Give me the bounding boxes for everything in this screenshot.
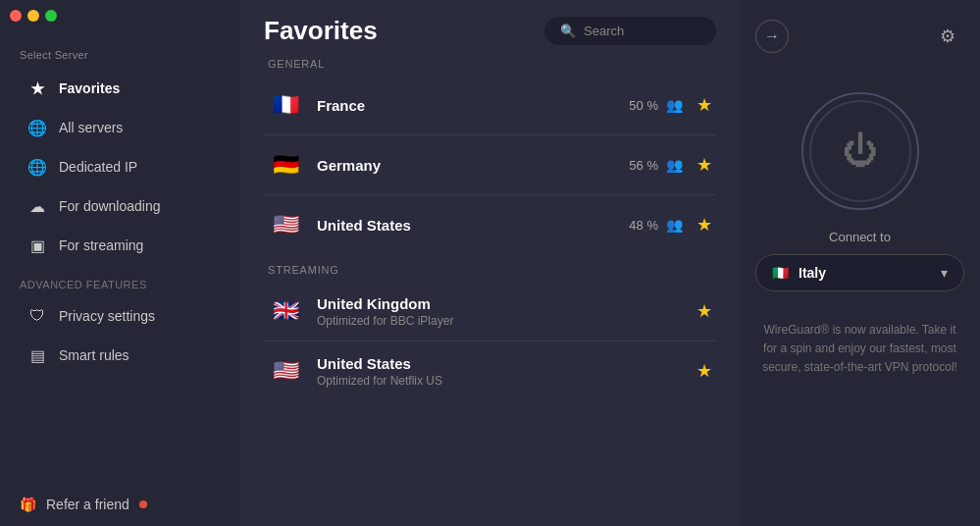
general-section: GENERAL 🇫🇷 France 50 % 👥 ★ 🇩🇪 Germany bbox=[264, 58, 716, 254]
sidebar-item-label: Smart rules bbox=[59, 347, 129, 363]
settings-button[interactable]: ⚙ bbox=[931, 20, 964, 53]
server-name: France bbox=[317, 97, 629, 114]
server-name: United States bbox=[317, 217, 629, 234]
shield-icon: 🛡 bbox=[27, 306, 47, 326]
sidebar-item-label: For streaming bbox=[59, 237, 143, 253]
server-name: Germany bbox=[317, 157, 629, 174]
server-info-germany: Germany bbox=[317, 157, 629, 174]
server-row-france[interactable]: 🇫🇷 France 50 % 👥 ★ bbox=[264, 76, 716, 135]
dedicated-ip-icon: 🌐 bbox=[27, 157, 47, 177]
wireguard-note: WireGuard® is now available. Take it for… bbox=[755, 321, 964, 378]
sidebar-item-for-downloading[interactable]: ☁ For downloading bbox=[8, 187, 232, 225]
right-panel-top-bar: → ⚙ bbox=[755, 20, 964, 53]
users-icon: 👥 bbox=[666, 157, 683, 173]
main-panel: Favorites 🔍 GENERAL 🇫🇷 France 50 % 👥 ★ bbox=[240, 0, 740, 526]
sidebar-item-for-streaming[interactable]: ▣ For streaming bbox=[8, 227, 232, 264]
globe-icon: 🌐 bbox=[27, 118, 47, 137]
server-meta-germany: 56 % 👥 bbox=[629, 157, 683, 173]
advanced-section-label: Advanced Features bbox=[0, 265, 240, 296]
rules-icon: ▤ bbox=[27, 345, 47, 365]
server-name: United Kingdom bbox=[317, 295, 696, 312]
server-row-germany[interactable]: 🇩🇪 Germany 56 % 👥 ★ bbox=[264, 135, 716, 195]
sidebar-item-label: All servers bbox=[59, 120, 123, 135]
sidebar-item-favorites[interactable]: ★ Favorites bbox=[8, 70, 232, 107]
power-icon: ⏻ bbox=[843, 131, 878, 172]
power-button[interactable]: ⏻ bbox=[801, 92, 919, 210]
sidebar-item-label: Dedicated IP bbox=[59, 159, 137, 175]
selected-flag: 🇮🇹 bbox=[772, 265, 789, 281]
server-info-uk: United Kingdom Optimized for BBC iPlayer bbox=[317, 295, 696, 328]
server-name: United States bbox=[317, 355, 696, 372]
sidebar-item-label: Privacy settings bbox=[59, 308, 155, 324]
load-percent: 56 % bbox=[629, 158, 658, 173]
search-box[interactable]: 🔍 bbox=[544, 17, 716, 45]
server-row-uk[interactable]: 🇬🇧 United Kingdom Optimized for BBC iPla… bbox=[264, 282, 716, 342]
favorite-star[interactable]: ★ bbox=[696, 300, 712, 322]
server-meta-us: 48 % 👥 bbox=[629, 217, 683, 233]
close-button[interactable] bbox=[10, 10, 22, 22]
server-row-united-states[interactable]: 🇺🇸 United States 48 % 👥 ★ bbox=[264, 195, 716, 254]
maximize-button[interactable] bbox=[45, 10, 57, 22]
connect-dropdown[interactable]: 🇮🇹 Italy ▾ bbox=[755, 254, 964, 291]
star-icon: ★ bbox=[27, 79, 47, 98]
users-icon: 👥 bbox=[666, 217, 683, 233]
server-info-us-streaming: United States Optimized for Netflix US bbox=[317, 355, 696, 388]
favorite-star[interactable]: ★ bbox=[696, 360, 712, 382]
refer-friend-label: Refer a friend bbox=[46, 497, 129, 512]
server-info-us: United States bbox=[317, 217, 629, 234]
server-meta-france: 50 % 👥 bbox=[629, 97, 683, 113]
server-row-us-streaming[interactable]: 🇺🇸 United States Optimized for Netflix U… bbox=[264, 342, 716, 400]
server-subtitle: Optimized for Netflix US bbox=[317, 374, 696, 388]
minimize-button[interactable] bbox=[27, 10, 39, 22]
back-button[interactable]: → bbox=[755, 20, 789, 53]
server-info-france: France bbox=[317, 97, 629, 114]
sidebar-item-smart-rules[interactable]: ▤ Smart rules bbox=[8, 337, 232, 374]
load-percent: 50 % bbox=[629, 98, 658, 113]
sidebar-item-dedicated-ip[interactable]: 🌐 Dedicated IP bbox=[8, 148, 232, 185]
main-header: Favorites 🔍 bbox=[240, 0, 740, 58]
sidebar-item-label: For downloading bbox=[59, 198, 161, 214]
load-percent: 48 % bbox=[629, 218, 658, 233]
favorite-star[interactable]: ★ bbox=[696, 94, 712, 116]
download-icon: ☁ bbox=[27, 196, 47, 216]
notification-dot bbox=[139, 500, 147, 508]
users-icon: 👥 bbox=[666, 97, 683, 113]
sidebar: Select Server ★ Favorites 🌐 All servers … bbox=[0, 0, 240, 526]
flag-germany: 🇩🇪 bbox=[268, 147, 303, 183]
chevron-down-icon: ▾ bbox=[941, 265, 948, 281]
sidebar-item-all-servers[interactable]: 🌐 All servers bbox=[8, 109, 232, 146]
streaming-section-label: STREAMING bbox=[264, 264, 716, 276]
flag-us-streaming: 🇺🇸 bbox=[268, 353, 303, 389]
general-section-label: GENERAL bbox=[264, 58, 716, 70]
server-subtitle: Optimized for BBC iPlayer bbox=[317, 314, 696, 328]
flag-united-states: 🇺🇸 bbox=[268, 207, 303, 242]
page-title: Favorites bbox=[264, 16, 378, 46]
favorite-star[interactable]: ★ bbox=[696, 214, 712, 236]
gift-icon: 🎁 bbox=[20, 497, 36, 512]
sidebar-item-label: Favorites bbox=[59, 80, 120, 96]
connect-to-label: Connect to bbox=[829, 230, 891, 244]
search-icon: 🔍 bbox=[560, 24, 576, 38]
flag-uk: 🇬🇧 bbox=[268, 293, 303, 329]
streaming-section: STREAMING 🇬🇧 United Kingdom Optimized fo… bbox=[264, 264, 716, 400]
selected-country: 🇮🇹 Italy bbox=[772, 265, 826, 281]
sidebar-item-privacy-settings[interactable]: 🛡 Privacy settings bbox=[8, 297, 232, 335]
selected-country-label: Italy bbox=[799, 265, 826, 281]
sidebar-section-label: Select Server bbox=[0, 35, 240, 69]
favorite-star[interactable]: ★ bbox=[696, 154, 712, 176]
streaming-icon: ▣ bbox=[27, 236, 47, 255]
right-panel: → ⚙ ⏻ Connect to 🇮🇹 Italy ▾ WireGuard® i… bbox=[740, 0, 980, 526]
main-content: GENERAL 🇫🇷 France 50 % 👥 ★ 🇩🇪 Germany bbox=[240, 58, 740, 526]
refer-friend-button[interactable]: 🎁 Refer a friend bbox=[0, 483, 240, 526]
flag-france: 🇫🇷 bbox=[268, 87, 303, 123]
search-input[interactable] bbox=[584, 24, 700, 38]
